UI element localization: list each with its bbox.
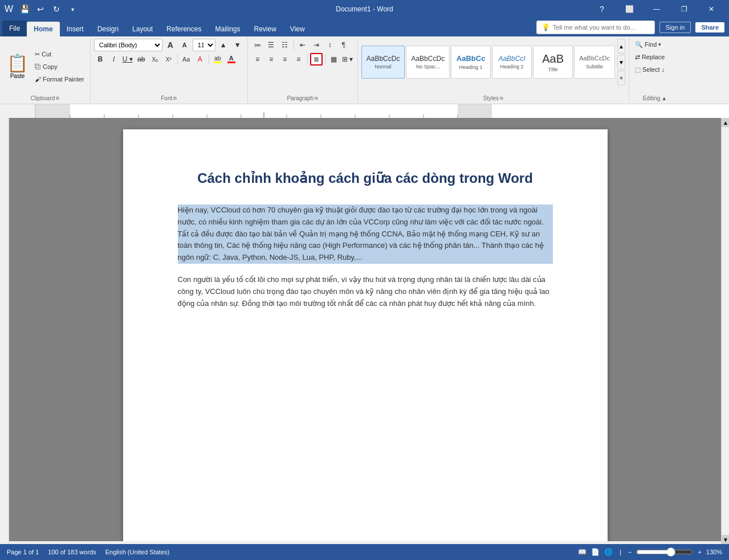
document-area: Cách chỉnh khoảng cách giữa các dòng tro… (9, 118, 721, 541)
zoom-slider[interactable] (636, 547, 693, 557)
tell-me-input[interactable] (553, 24, 650, 31)
select-button[interactable]: ⬚ Select ↓ (633, 64, 677, 75)
increase-indent-button[interactable]: ⇥ (310, 39, 323, 51)
paragraph-2[interactable]: Con người là yếu tố cốt lõi cho mọi sự p… (178, 274, 553, 309)
tab-references[interactable]: References (160, 22, 208, 36)
save-button[interactable]: 💾 (18, 2, 31, 16)
tab-mailings[interactable]: Mailings (208, 22, 247, 36)
font-shrink-button[interactable]: A (178, 39, 191, 51)
superscript-button[interactable]: X² (162, 53, 175, 66)
paragraph-1[interactable]: Hiện nay, VCCloud có hơn 70 chuyên gia k… (178, 205, 553, 264)
borders-button[interactable]: ⊞ ▾ (341, 53, 354, 66)
font-grow-button[interactable]: A (164, 39, 177, 51)
tell-me-bar[interactable]: 💡 (536, 21, 655, 34)
font-family-select[interactable]: Calibri (Body) (94, 39, 162, 51)
bold-button[interactable]: B (94, 53, 107, 66)
word-count[interactable]: 100 of 183 words (48, 549, 96, 555)
strikethrough-button[interactable]: ab (135, 53, 148, 66)
line-spacing-button[interactable]: ≣ (310, 53, 323, 66)
styles-scroll-up[interactable]: ▲ (617, 39, 625, 54)
font-size-select[interactable]: 11.5 (193, 39, 215, 51)
scroll-down-button[interactable]: ▼ (722, 535, 729, 544)
style-no-space[interactable]: AaBbCcDc No Spac... (406, 46, 450, 79)
text-highlight-button[interactable]: ab (211, 53, 224, 66)
find-button[interactable]: 🔍 Find ▾ (633, 39, 677, 50)
tab-view[interactable]: View (283, 22, 312, 36)
minimize-button[interactable]: — (644, 0, 670, 18)
sign-in-button[interactable]: Sign in (659, 22, 691, 33)
vertical-scrollbar[interactable]: ▲ ▼ (721, 118, 729, 544)
tab-insert[interactable]: Insert (60, 22, 91, 36)
language-status[interactable]: English (United States) (105, 549, 170, 555)
clipboard-label: Clipboard ⧉ (0, 95, 90, 101)
copy-button[interactable]: ⿻ Copy (32, 61, 87, 72)
clear-format-button[interactable]: A (194, 53, 206, 66)
sort-button[interactable]: ↕ (324, 39, 336, 51)
customize-quick-access-button[interactable]: ▾ (66, 2, 79, 16)
underline-button[interactable]: U ▾ (121, 53, 134, 66)
ribbon: 📋 Paste ✂ Cut ⿻ Copy 🖌 Format Painter (0, 36, 729, 104)
italic-button[interactable]: I (108, 53, 120, 66)
tab-home[interactable]: Home (27, 22, 59, 36)
ribbon-collapse-icon[interactable]: ▲ (661, 95, 667, 101)
ribbon-display-button[interactable]: ⬜ (616, 0, 642, 18)
justify-button[interactable]: ≡ (292, 53, 305, 66)
increase-font-button[interactable]: ▲ (217, 39, 230, 51)
scroll-up-button[interactable]: ▲ (722, 118, 729, 127)
web-layout-button[interactable]: 🌐 (604, 548, 613, 556)
paragraph-row1: ≔ ☰ ☷ ⇤ ⇥ ↕ ¶ (251, 39, 354, 51)
style-subtitle[interactable]: AaBbCcDc Subtitle (574, 46, 615, 79)
maximize-button[interactable]: ❐ (671, 0, 697, 18)
zoom-level[interactable]: 130% (706, 549, 722, 555)
decrease-indent-button[interactable]: ⇤ (296, 39, 309, 51)
styles-more-button[interactable]: ≡ (617, 71, 625, 85)
styles-scroll-down[interactable]: ▼ (617, 55, 625, 70)
share-button[interactable]: Share (695, 22, 724, 32)
status-left: Page 1 of 1 100 of 183 words English (Un… (7, 549, 169, 555)
help-button[interactable]: ? (589, 0, 615, 18)
paste-button[interactable]: 📋 Paste (3, 50, 31, 83)
font-color-button[interactable]: A (225, 53, 238, 66)
tab-layout[interactable]: Layout (125, 22, 160, 36)
tab-design[interactable]: Design (91, 22, 125, 36)
tab-file[interactable]: File (2, 21, 27, 36)
align-right-button[interactable]: ≡ (279, 53, 291, 66)
paste-icon: 📋 (7, 53, 28, 73)
replace-button[interactable]: ⇄ Replace (633, 51, 677, 63)
style-heading2[interactable]: AaBbCcI Heading 2 (492, 46, 532, 79)
show-marks-button[interactable]: ¶ (337, 39, 350, 51)
page-status[interactable]: Page 1 of 1 (7, 549, 39, 555)
decrease-font-button[interactable]: ▼ (231, 39, 244, 51)
paste-label: Paste (10, 73, 25, 79)
redo-button[interactable]: ↻ (50, 2, 63, 16)
style-normal[interactable]: AaBbCcDc Normal (361, 46, 405, 79)
zoom-plus-icon: + (698, 549, 701, 555)
ruler-area (0, 104, 729, 118)
print-layout-button[interactable]: 📄 (591, 548, 600, 556)
paragraph-label: Paragraph ⧉ (248, 95, 357, 101)
close-button[interactable]: ✕ (698, 0, 724, 18)
paragraph-expand-icon[interactable]: ⧉ (315, 96, 318, 101)
read-mode-button[interactable]: 📖 (578, 548, 587, 556)
select-icon: ⬚ (635, 66, 641, 73)
align-center-button[interactable]: ≡ (265, 53, 278, 66)
subscript-button[interactable]: X₂ (149, 53, 161, 66)
align-left-button[interactable]: ≡ (251, 53, 264, 66)
clipboard-expand-icon[interactable]: ⧉ (56, 96, 59, 101)
app-window: W 💾 ↩ ↻ ▾ Document1 - Word ? ⬜ — ❐ ✕ Fil… (0, 0, 729, 560)
format-painter-button[interactable]: 🖌 Format Painter (32, 73, 87, 85)
style-heading1[interactable]: AaBbCc Heading 1 (451, 46, 491, 79)
font-expand-icon[interactable]: ⧉ (173, 96, 177, 101)
style-title[interactable]: AaB Title (533, 46, 573, 79)
shading-button[interactable]: ▦ (328, 53, 340, 66)
style-h2-preview: AaBbCcI (498, 55, 525, 63)
cut-button[interactable]: ✂ Cut (32, 48, 87, 60)
numbering-button[interactable]: ☰ (265, 39, 278, 51)
change-case-button[interactable]: Aa (180, 53, 193, 66)
tab-review[interactable]: Review (247, 22, 283, 36)
bullets-button[interactable]: ≔ (251, 39, 264, 51)
ruler-corner (0, 104, 35, 118)
multilevel-button[interactable]: ☷ (279, 39, 291, 51)
undo-button[interactable]: ↩ (34, 2, 47, 16)
styles-expand-icon[interactable]: ⧉ (500, 96, 503, 101)
